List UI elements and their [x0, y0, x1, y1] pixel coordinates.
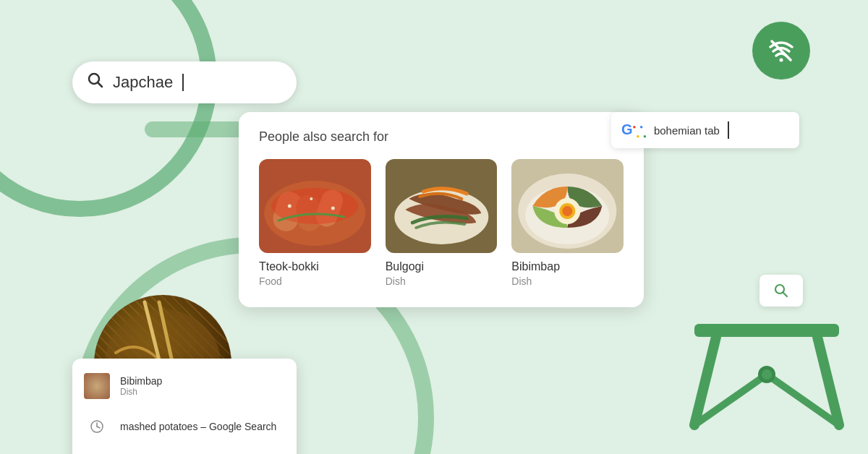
tteokbokki-name: Tteok-bokki [259, 260, 371, 273]
bulgogi-name: Bulgogi [386, 260, 498, 273]
food-items-grid: Tteok-bokki Food [259, 159, 624, 287]
search-query-text: Japchae [113, 73, 173, 92]
bibimbap-text: Bibimbap Dish [120, 375, 162, 397]
google-search-bar[interactable]: G●●●● bohemian tab [611, 112, 799, 148]
svg-line-13 [97, 427, 100, 428]
text-cursor [182, 74, 184, 91]
panel-title: People also search for [259, 129, 388, 145]
tteokbokki-image [259, 159, 371, 253]
clock-icon-mashed [84, 414, 110, 440]
wifi-off-circle [752, 22, 810, 80]
bulgogi-category: Dish [386, 275, 498, 287]
food-card-bibimbap[interactable]: Bibimbap Dish [511, 159, 624, 287]
main-search-bar[interactable]: Japchae [72, 61, 297, 103]
small-search-icon [773, 283, 789, 299]
svg-line-38 [783, 293, 788, 297]
right-small-search-bar[interactable] [760, 275, 803, 307]
autocomplete-item-mashed[interactable]: mashed potatoes – Google Search [72, 406, 297, 447]
mashed-title: mashed potatoes – Google Search [120, 421, 276, 432]
wifi-off-icon [766, 35, 796, 66]
bibimbap-category: Dish [511, 275, 624, 287]
search-icon [87, 72, 104, 93]
google-text-cursor [728, 121, 729, 139]
svg-point-26 [288, 205, 292, 208]
svg-point-6 [762, 369, 772, 380]
svg-point-28 [331, 207, 335, 210]
food-card-bulgogi[interactable]: Bulgogi Dish [386, 159, 498, 287]
bibimbap-title: Bibimbap [120, 375, 162, 387]
bibimbap-image [511, 159, 624, 253]
people-also-search-panel: People also search for ⌃ [239, 112, 644, 307]
bibimbap-subtitle: Dish [120, 387, 162, 397]
bibimbap-thumbnail [84, 373, 110, 399]
desk-illustration [680, 280, 854, 454]
svg-point-27 [310, 197, 312, 200]
bibimbap-name: Bibimbap [511, 260, 624, 273]
svg-line-10 [98, 83, 103, 87]
autocomplete-dropdown: Bibimbap Dish mashed potatoes – Google S… [72, 359, 297, 454]
svg-point-7 [780, 59, 783, 62]
google-query-text: bohemian tab [654, 124, 720, 137]
mashed-text: mashed potatoes – Google Search [120, 421, 276, 432]
autocomplete-item-bibimbap[interactable]: Bibimbap Dish [72, 366, 297, 406]
bulgogi-image [386, 159, 498, 253]
autocomplete-item-kimchi[interactable]: kimchi jjigae [72, 447, 297, 454]
decorative-arc-top-left [0, 0, 217, 217]
google-logo-icon: G●●●● [621, 121, 647, 140]
svg-point-36 [563, 206, 573, 216]
food-card-tteokbokki[interactable]: Tteok-bokki Food [259, 159, 371, 287]
panel-header: People also search for ⌃ [259, 129, 624, 145]
tteokbokki-category: Food [259, 275, 371, 287]
